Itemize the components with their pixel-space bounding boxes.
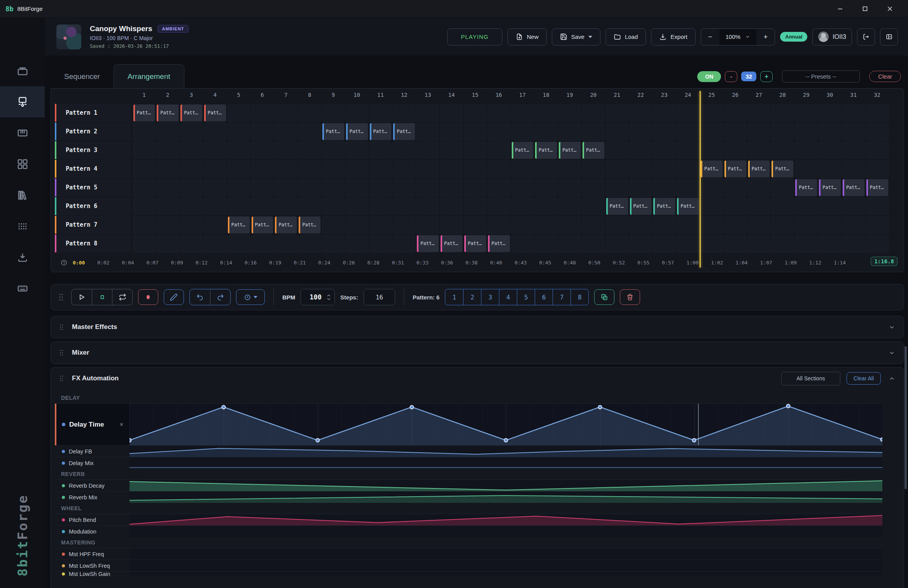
pattern-block[interactable]: Patt… bbox=[322, 123, 344, 140]
scrollbar-thumb[interactable] bbox=[905, 346, 907, 489]
grid-cell[interactable]: Patt… bbox=[204, 104, 226, 122]
grid-cell[interactable] bbox=[156, 216, 179, 234]
grid-cell[interactable] bbox=[511, 104, 534, 122]
grid-cell[interactable] bbox=[464, 198, 486, 215]
grid-cell[interactable] bbox=[677, 179, 699, 196]
grid-cell[interactable] bbox=[653, 216, 675, 234]
chevron-down-icon[interactable] bbox=[889, 324, 895, 331]
grid-cell[interactable] bbox=[180, 179, 203, 196]
grid-cell[interactable] bbox=[535, 123, 557, 140]
grid-cell[interactable] bbox=[630, 104, 652, 122]
pattern-block[interactable]: Patt… bbox=[535, 142, 557, 159]
pattern-row-label[interactable]: Pattern 3 bbox=[55, 141, 131, 159]
grid-cell[interactable] bbox=[156, 179, 179, 196]
close-icon[interactable]: × bbox=[120, 421, 123, 428]
grid-cell[interactable] bbox=[819, 235, 841, 252]
pattern-block[interactable]: Patt… bbox=[299, 217, 320, 233]
fx-automation-header[interactable]: FX Automation All Sections Clear All bbox=[51, 368, 904, 389]
minimize-icon[interactable] bbox=[834, 3, 846, 15]
tab-arrangement[interactable]: Arrangement bbox=[114, 64, 184, 89]
grid-cell[interactable] bbox=[251, 123, 274, 140]
grid-cell[interactable] bbox=[369, 235, 392, 252]
pattern-block[interactable]: Patt… bbox=[701, 161, 723, 177]
automation-point[interactable] bbox=[786, 404, 791, 408]
grid-cell[interactable]: Patt… bbox=[535, 142, 557, 159]
grid-cell[interactable] bbox=[204, 198, 226, 215]
sidebar-item-grid-2x2[interactable] bbox=[0, 149, 45, 180]
grid-cell[interactable] bbox=[582, 104, 605, 122]
grid-cell[interactable] bbox=[204, 179, 226, 196]
grid-cell[interactable] bbox=[298, 123, 321, 140]
grid-cell[interactable] bbox=[748, 104, 770, 122]
grid-cell[interactable] bbox=[724, 104, 747, 122]
automation-graph[interactable] bbox=[129, 572, 882, 576]
grid-cell[interactable] bbox=[866, 235, 889, 252]
grid-cell[interactable] bbox=[416, 216, 439, 234]
grid-cell[interactable] bbox=[866, 142, 889, 159]
grid-cell[interactable] bbox=[771, 216, 794, 234]
grid-cell[interactable] bbox=[227, 235, 250, 252]
automation-graph[interactable] bbox=[129, 548, 882, 560]
grid-cell[interactable] bbox=[393, 198, 415, 215]
grid-cell[interactable] bbox=[724, 142, 747, 159]
grid-cell[interactable] bbox=[558, 104, 581, 122]
grid-cell[interactable] bbox=[440, 198, 463, 215]
grid-cell[interactable] bbox=[180, 142, 203, 159]
grid-cell[interactable] bbox=[416, 198, 439, 215]
grid-cell[interactable] bbox=[488, 142, 510, 159]
grid-cell[interactable] bbox=[275, 160, 297, 178]
grid-cell[interactable] bbox=[606, 160, 628, 178]
grid-cell[interactable]: Patt… bbox=[653, 198, 675, 215]
grid-cell[interactable] bbox=[582, 123, 605, 140]
grid-cell[interactable]: Patt… bbox=[322, 123, 345, 140]
grid-cell[interactable]: Patt… bbox=[416, 235, 439, 252]
automation-lane-mst-lowsh-gain[interactable]: Mst LowSh Gain bbox=[55, 571, 882, 576]
grid-cell[interactable] bbox=[771, 123, 794, 140]
grid-cell[interactable] bbox=[298, 104, 321, 122]
pattern-row-label[interactable]: Pattern 4 bbox=[55, 160, 131, 178]
grid-cell[interactable] bbox=[630, 160, 652, 178]
grid-cell[interactable] bbox=[204, 235, 226, 252]
pattern-block[interactable]: Patt… bbox=[157, 105, 178, 121]
delete-pattern-button[interactable] bbox=[620, 289, 640, 305]
grid-cell[interactable]: Patt… bbox=[464, 235, 486, 252]
grid-cell[interactable] bbox=[511, 198, 534, 215]
grid-cell[interactable] bbox=[322, 142, 345, 159]
collapse-panel-button[interactable] bbox=[880, 28, 898, 46]
pattern-block[interactable]: Patt… bbox=[180, 105, 202, 121]
grid-cell[interactable] bbox=[298, 179, 321, 196]
grid-cell[interactable] bbox=[346, 216, 368, 234]
grid-cell[interactable]: Patt… bbox=[275, 216, 297, 234]
pattern-block[interactable]: Patt… bbox=[772, 161, 793, 177]
grid-cell[interactable] bbox=[677, 235, 699, 252]
grid-cell[interactable] bbox=[653, 235, 675, 252]
user-chip[interactable]: IOII3 bbox=[812, 28, 852, 46]
pattern-block[interactable]: Patt… bbox=[133, 105, 155, 121]
grid-cell[interactable] bbox=[511, 216, 534, 234]
grid-cell[interactable] bbox=[819, 142, 841, 159]
automation-lane-delay-mix[interactable]: Delay Mix bbox=[55, 457, 882, 469]
grid-cell[interactable] bbox=[606, 104, 628, 122]
grid-cell[interactable]: Patt… bbox=[180, 104, 203, 122]
grid-cell[interactable]: Patt… bbox=[558, 142, 581, 159]
automation-point[interactable] bbox=[410, 405, 414, 409]
pattern-block[interactable]: Patt… bbox=[393, 123, 415, 140]
clear-all-button[interactable]: Clear All bbox=[847, 372, 881, 385]
grid-cell[interactable] bbox=[133, 198, 156, 215]
automation-graph[interactable] bbox=[129, 526, 882, 537]
grid-cell[interactable] bbox=[464, 104, 486, 122]
automation-lane-pitch-bend[interactable]: Pitch Bend bbox=[55, 514, 882, 525]
grid-cell[interactable] bbox=[748, 142, 770, 159]
grid-cell[interactable] bbox=[771, 198, 794, 215]
arrangement-on-toggle[interactable]: ON bbox=[697, 71, 721, 82]
grid-cell[interactable] bbox=[440, 142, 463, 159]
pattern-block[interactable]: Patt… bbox=[512, 142, 534, 159]
grid-cell[interactable] bbox=[322, 179, 345, 196]
grid-cell[interactable] bbox=[251, 142, 274, 159]
grid-cell[interactable] bbox=[346, 160, 368, 178]
automation-lane-modulation[interactable]: Modulation bbox=[55, 525, 882, 537]
grid-cell[interactable] bbox=[227, 179, 250, 196]
grid-cell[interactable] bbox=[582, 216, 605, 234]
grid-cell[interactable] bbox=[724, 235, 747, 252]
grid-cell[interactable] bbox=[156, 198, 179, 215]
